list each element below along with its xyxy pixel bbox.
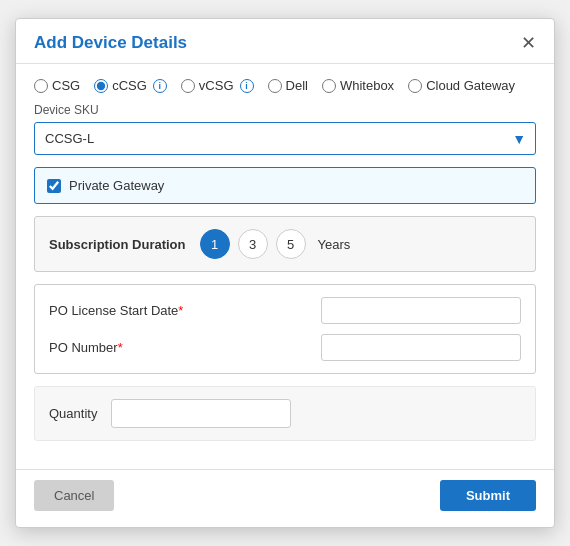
radio-ccsg[interactable]: cCSG i xyxy=(94,78,167,93)
radio-cloud-gateway[interactable]: Cloud Gateway xyxy=(408,78,515,93)
radio-input-csg[interactable] xyxy=(34,79,48,93)
submit-button[interactable]: Submit xyxy=(440,480,536,511)
po-number-row: PO Number* xyxy=(49,334,521,361)
device-sku-wrapper: CCSG-L CCSG-M CCSG-S ▼ xyxy=(34,122,536,155)
radio-input-cloud-gateway[interactable] xyxy=(408,79,422,93)
ccsg-info-icon[interactable]: i xyxy=(153,79,167,93)
close-button[interactable]: ✕ xyxy=(521,34,536,52)
quantity-input[interactable]: 1 xyxy=(111,399,291,428)
duration-options-group: 1 3 5 Years xyxy=(200,229,351,259)
years-label: Years xyxy=(318,237,351,252)
radio-label-ccsg: cCSG xyxy=(112,78,147,93)
radio-vcsg[interactable]: vCSG i xyxy=(181,78,254,93)
cancel-button[interactable]: Cancel xyxy=(34,480,114,511)
quantity-label: Quantity xyxy=(49,406,97,421)
private-gateway-section: Private Gateway xyxy=(34,167,536,204)
po-section: PO License Start Date* PO Number* xyxy=(34,284,536,374)
subscription-duration-section: Subscription Duration 1 3 5 Years xyxy=(34,216,536,272)
radio-label-csg: CSG xyxy=(52,78,80,93)
modal-footer: Cancel Submit xyxy=(16,469,554,527)
duration-btn-3[interactable]: 3 xyxy=(238,229,268,259)
po-license-input[interactable] xyxy=(321,297,521,324)
radio-dell[interactable]: Dell xyxy=(268,78,308,93)
vcsg-info-icon[interactable]: i xyxy=(240,79,254,93)
modal-title: Add Device Details xyxy=(34,33,187,53)
subscription-duration-label: Subscription Duration xyxy=(49,237,186,252)
duration-btn-1[interactable]: 1 xyxy=(200,229,230,259)
device-sku-label: Device SKU xyxy=(34,103,536,117)
po-number-label: PO Number* xyxy=(49,340,123,355)
radio-csg[interactable]: CSG xyxy=(34,78,80,93)
po-number-required-mark: * xyxy=(118,340,123,355)
private-gateway-label: Private Gateway xyxy=(69,178,164,193)
radio-input-whitebox[interactable] xyxy=(322,79,336,93)
radio-label-vcsg: vCSG xyxy=(199,78,234,93)
modal-body: CSG cCSG i vCSG i Dell Whitebox xyxy=(16,64,554,469)
radio-input-dell[interactable] xyxy=(268,79,282,93)
po-license-required-mark: * xyxy=(178,303,183,318)
radio-label-cloud-gateway: Cloud Gateway xyxy=(426,78,515,93)
radio-input-vcsg[interactable] xyxy=(181,79,195,93)
quantity-section: Quantity 1 xyxy=(34,386,536,441)
po-license-row: PO License Start Date* xyxy=(49,297,521,324)
modal-container: Add Device Details ✕ CSG cCSG i vCSG i D… xyxy=(15,18,555,528)
po-license-label: PO License Start Date* xyxy=(49,303,183,318)
modal-header: Add Device Details ✕ xyxy=(16,19,554,64)
duration-btn-5[interactable]: 5 xyxy=(276,229,306,259)
radio-label-whitebox: Whitebox xyxy=(340,78,394,93)
device-type-radio-group: CSG cCSG i vCSG i Dell Whitebox xyxy=(34,78,536,93)
radio-input-ccsg[interactable] xyxy=(94,79,108,93)
radio-label-dell: Dell xyxy=(286,78,308,93)
po-number-input[interactable] xyxy=(321,334,521,361)
radio-whitebox[interactable]: Whitebox xyxy=(322,78,394,93)
private-gateway-checkbox[interactable] xyxy=(47,179,61,193)
device-sku-select[interactable]: CCSG-L CCSG-M CCSG-S xyxy=(34,122,536,155)
